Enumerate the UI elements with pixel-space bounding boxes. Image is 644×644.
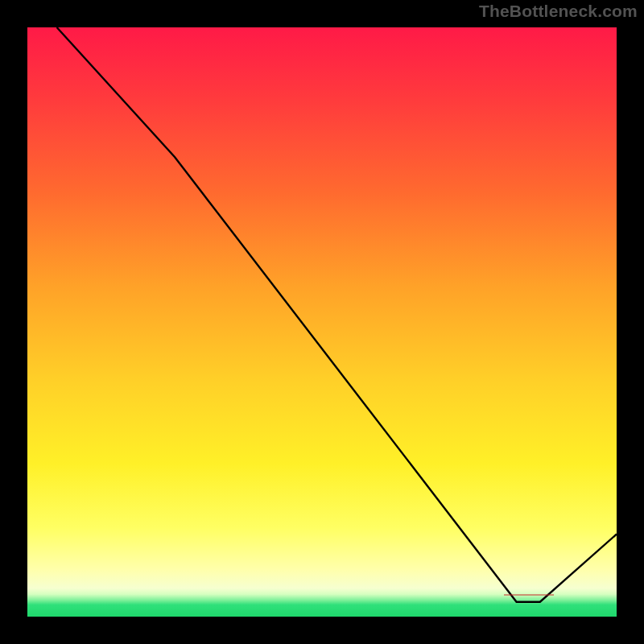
chart-frame: TheBottleneck.com bbox=[0, 0, 644, 644]
watermark-text: TheBottleneck.com bbox=[479, 2, 638, 21]
bottleneck-curve bbox=[57, 27, 617, 602]
plot-svg bbox=[24, 24, 620, 620]
plot-outer bbox=[24, 24, 620, 620]
